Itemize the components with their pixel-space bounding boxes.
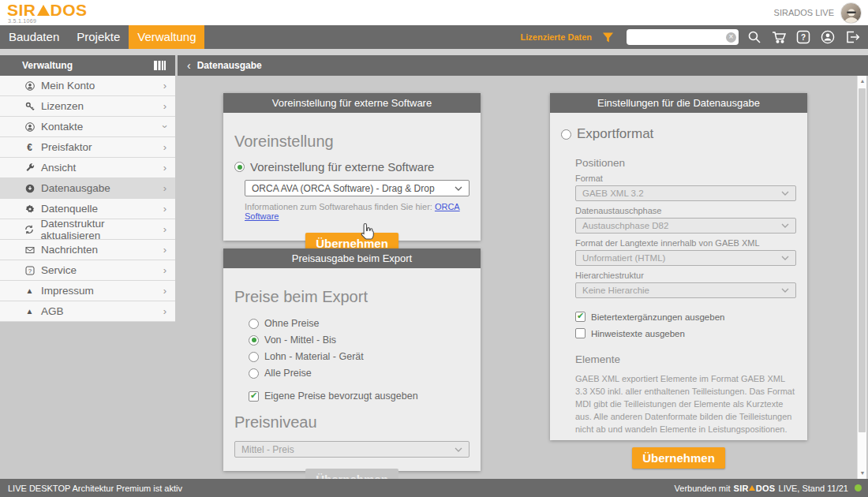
collapse-panel-icon[interactable] (154, 61, 166, 70)
gear-icon (24, 204, 36, 214)
select-value: Mittel - Preis (241, 444, 294, 455)
sidebar-item-ansicht[interactable]: Ansicht› (0, 158, 175, 178)
chevron-right-icon: › (163, 100, 166, 112)
sidebar-item-datenstruktur[interactable]: Datenstruktur aktualisieren› (0, 219, 175, 240)
chevron-right-icon: › (163, 264, 166, 276)
logo-triangle-icon: ▲ (24, 286, 36, 295)
breadcrumb[interactable]: ‹ Datenausgabe (178, 55, 868, 76)
filter-icon[interactable] (599, 29, 616, 45)
user-label: SIRADOS LIVE (774, 8, 834, 17)
chevron-down-icon (781, 288, 789, 293)
scroll-up-icon[interactable]: ▲ (858, 76, 867, 87)
bidder-text-checkbox[interactable] (575, 312, 586, 322)
help-icon[interactable]: ? (795, 29, 812, 45)
sidebar-item-nachrichten[interactable]: Nachrichten› (0, 240, 175, 260)
radio-option-lohn-material-geraet[interactable]: Lohn - Material - Gerät (249, 351, 470, 362)
panel-title: Preisausgabe beim Export (223, 248, 481, 268)
radio-option-ohne-preise[interactable]: Ohne Preise (249, 318, 470, 329)
apply-output-button[interactable]: Übernehmen (632, 447, 725, 469)
bidder-text-checkbox-row[interactable]: Bietertextergänzungen ausgeben (575, 312, 796, 322)
search-icon[interactable] (746, 29, 763, 45)
chevron-down-icon: › (159, 125, 170, 128)
connection-status: Verbunden mit SIRDOS LIVE, Stand 11/21 (675, 484, 862, 493)
logo-triangle-icon (749, 485, 755, 491)
logout-icon[interactable] (844, 29, 861, 45)
section-title: Voreinstellung (234, 133, 470, 151)
clear-search-icon[interactable]: × (726, 32, 736, 43)
panel-title: Voreinstellung für externe Software (223, 93, 481, 113)
sidebar-item-datenquelle[interactable]: Datenquelle› (0, 199, 175, 219)
euro-icon: € (24, 142, 36, 153)
radio[interactable] (249, 319, 259, 329)
software-info-text: Informationen zum Softwarehaus finden Si… (245, 202, 470, 221)
svg-text:?: ? (801, 33, 806, 42)
vertical-scrollbar[interactable]: ▲ ▼ (857, 76, 866, 479)
chevron-down-icon (455, 447, 462, 452)
footer-brand: SIRDOS (734, 484, 776, 493)
sidebar-item-agb[interactable]: ▲AGB› (0, 301, 175, 322)
breadcrumb-label: Datenausgabe (197, 60, 262, 71)
own-prices-checkbox-row[interactable]: Eigene Preise bevorzugt ausgeben (249, 390, 470, 402)
radio-option-alle-preise[interactable]: Alle Preise (249, 368, 470, 379)
chevron-down-icon (455, 186, 462, 191)
price-level-title: Preisniveau (234, 413, 470, 432)
chevron-right-icon: › (163, 162, 166, 174)
own-prices-checkbox[interactable] (249, 391, 259, 402)
output-checkboxes: Bietertextergänzungen ausgeben Hinweiste… (575, 312, 796, 338)
status-bar: LIVE DESKTOP Architektur Premium ist akt… (0, 479, 868, 497)
sidebar-item-datenausgabe[interactable]: Datenausgabe› (0, 178, 175, 199)
field-hierarchiestruktur: Hierarchiestruktur Keine Hierarchie (575, 271, 796, 298)
app-version: 3.5.1.1069 (8, 18, 36, 24)
hint-text-checkbox-row[interactable]: Hinweistexte ausgeben (575, 328, 796, 338)
tab-projekte[interactable]: Projekte (68, 25, 129, 49)
sidebar-item-mein-konto[interactable]: Mein Konto› (0, 76, 175, 96)
mail-icon (24, 245, 36, 255)
account-icon[interactable] (819, 29, 836, 45)
software-select[interactable]: ORCA AVA (ORCA Software) - Drag & Drop (245, 180, 470, 196)
hint-text-checkbox[interactable] (575, 328, 586, 338)
sidebar-item-impressum[interactable]: ▲Impressum› (0, 281, 175, 301)
tab-verwaltung[interactable]: Verwaltung (129, 25, 204, 49)
chevron-right-icon: › (163, 182, 166, 194)
back-chevron-icon[interactable]: ‹ (187, 59, 191, 72)
user-avatar[interactable] (840, 2, 862, 24)
wrench-icon (24, 163, 36, 173)
sidebar-item-lizenzen[interactable]: Lizenzen› (0, 96, 175, 117)
panel-output-settings: Einstellungen für die Datenausgabe Expor… (550, 93, 807, 440)
svg-text:?: ? (28, 267, 32, 274)
scroll-down-icon[interactable]: ▼ (858, 468, 867, 479)
radio-option-von-mittel-bis[interactable]: Von - Mittel - Bis (249, 334, 470, 346)
user-icon (24, 122, 36, 132)
search-input[interactable] (631, 31, 724, 43)
chevron-down-icon (781, 191, 789, 196)
radio[interactable] (249, 352, 259, 362)
sidebar-item-service[interactable]: ?Service› (0, 260, 175, 281)
search-box[interactable]: × (627, 29, 739, 45)
licensed-data-label[interactable]: Lizenzierte Daten (521, 32, 592, 42)
main-navbar: Baudaten Projekte Verwaltung Lizenzierte… (0, 25, 868, 49)
chevron-right-icon: › (163, 203, 166, 215)
key-icon (24, 102, 36, 111)
sync-icon (24, 225, 36, 234)
scrollbar-thumb[interactable] (859, 88, 866, 432)
sidebar-item-kontakte[interactable]: Kontakte› (0, 117, 175, 137)
radio[interactable] (249, 335, 259, 346)
exportformat-radio-row[interactable]: Exportformat (561, 126, 796, 142)
chevron-right-icon: › (163, 223, 166, 235)
chevron-right-icon: › (163, 305, 166, 317)
user-box[interactable]: SIRADOS LIVE (774, 0, 862, 25)
longtext-format-select: Unformatiert (HTML) (575, 250, 796, 266)
preset-radio[interactable] (234, 162, 245, 172)
sidebar-title: Verwaltung (22, 60, 73, 71)
tab-baudaten[interactable]: Baudaten (0, 25, 68, 49)
radio[interactable] (249, 368, 259, 379)
preset-radio-label: Voreinstellung für externe Software (250, 160, 434, 174)
exportformat-radio[interactable] (561, 129, 571, 140)
chevron-down-icon (781, 256, 789, 260)
logo-triangle-icon (37, 5, 50, 16)
price-level-select: Mittel - Preis (234, 441, 470, 458)
cart-icon[interactable] (770, 29, 788, 45)
sidebar-item-preisfaktor[interactable]: €Preisfaktor› (0, 137, 175, 158)
phase-select: Austauschphase D82 (575, 218, 796, 234)
sidebar-menu: Mein Konto› Lizenzen› Kontakte› €Preisfa… (0, 76, 175, 322)
